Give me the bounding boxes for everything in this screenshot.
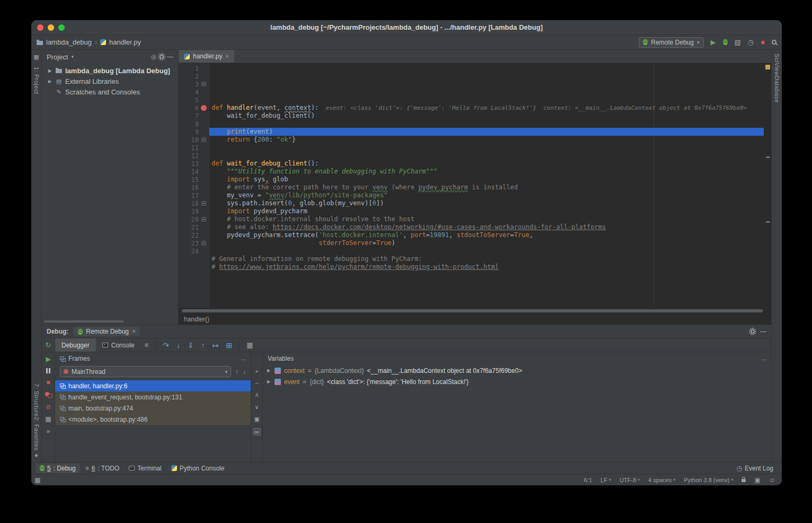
breadcrumb-function[interactable]: handler() (184, 316, 209, 323)
chevron-right-icon[interactable]: ▶ (267, 379, 271, 384)
code-line[interactable]: sys.path.insert(0, glob.glob(my_venv)[0]… (211, 199, 764, 207)
thread-select[interactable]: MainThread ▾ (60, 366, 231, 377)
editor-gutter[interactable]: 123−45678910−1112131415161718−1920−21222… (179, 63, 209, 308)
fold-gutter[interactable] (200, 97, 207, 103)
breakpoint-gutter[interactable] (200, 104, 207, 111)
chevron-right-icon[interactable]: ▶ (47, 79, 52, 84)
gutter-line[interactable]: 6 (179, 104, 209, 112)
frame-row[interactable]: <module>, bootstrap.py:486 (55, 414, 251, 425)
profiler-button[interactable]: ◷ (748, 39, 754, 46)
toolwindow-button-eventlog[interactable]: ◷Event Log (732, 464, 778, 473)
mute-breakpoints-icon[interactable]: ⊘ (46, 404, 51, 410)
toolwindow-stripe-button[interactable]: 7: Structure (33, 383, 40, 417)
gutter-line[interactable]: 2 (179, 72, 209, 80)
view-breakpoints-icon[interactable] (45, 391, 52, 398)
lock-indicator[interactable] (742, 477, 746, 482)
code-line[interactable] (211, 120, 764, 128)
tree-item[interactable]: ▶▤External Libraries (42, 76, 178, 86)
tree-item[interactable]: ▶lambda_debug [Lambda Debug] (42, 65, 178, 76)
variable-row[interactable]: ▶event={dict}<class 'dict'>: {'message':… (263, 376, 771, 387)
view-as-table-icon[interactable]: ▦ (246, 338, 253, 352)
code-line[interactable]: import pydevd_pycharm (211, 207, 764, 215)
run-configuration-select[interactable]: Remote Debug ▾ (639, 37, 703, 48)
gutter-line[interactable]: 15 (179, 176, 209, 184)
titlebar[interactable]: lambda_debug [~/PycharmProjects/lambda_d… (31, 20, 782, 35)
status-item-61[interactable]: 6:1 (584, 477, 592, 483)
code-line[interactable] (211, 271, 764, 279)
gutter-line[interactable]: 17 (179, 191, 209, 199)
fold-icon[interactable]: − (201, 82, 206, 86)
gutter-line[interactable]: 13 (179, 160, 209, 168)
code-line[interactable] (211, 96, 764, 104)
code-line[interactable]: pydevd_pycharm.settrace('host.docker.int… (211, 231, 764, 239)
code-line[interactable]: import sys, glob (211, 176, 764, 184)
status-item-lf[interactable]: LF▾ (601, 477, 611, 483)
layout-menu-icon[interactable]: ≡ (145, 338, 149, 352)
stop-icon[interactable]: ■ (46, 379, 50, 386)
pin-icon[interactable]: → (761, 355, 766, 362)
breadcrumb-file[interactable]: handler.py (109, 38, 141, 46)
editor-tab-handler[interactable]: handler.py × (179, 50, 234, 63)
step-into-icon[interactable]: ↓ (176, 338, 180, 352)
toolwindow-button-pythonconsole[interactable]: Python Console (167, 464, 229, 473)
code-line[interactable]: return {200: "ok"} (211, 136, 764, 144)
toolwindow-stripe-button[interactable]: SciView (774, 54, 780, 76)
debug-button[interactable] (723, 39, 728, 45)
tab-debugger[interactable]: Debugger (55, 338, 96, 352)
toolwindow-stripe-button[interactable]: 2: Favorites★ (33, 417, 40, 458)
frame-row[interactable]: handler, handler.py:6 (55, 380, 251, 391)
close-session-icon[interactable]: × (132, 328, 136, 335)
fold-gutter[interactable] (200, 120, 207, 127)
zoom-window-button[interactable] (58, 24, 65, 31)
fold-gutter[interactable] (200, 184, 207, 191)
more-actions-icon[interactable]: » (47, 428, 50, 434)
gutter-line[interactable]: 3− (179, 80, 209, 88)
frame-row[interactable]: handle_event_request, bootstrap.py:131 (55, 391, 251, 403)
toolwindow-button-debug[interactable]: 5: Debug (36, 464, 80, 473)
gutter-line[interactable]: 1 (179, 64, 209, 72)
resume-icon[interactable]: ▶ (46, 356, 50, 362)
run-to-cursor-icon[interactable]: ↦ (213, 338, 219, 352)
add-watch-icon[interactable]: + (255, 368, 258, 374)
fold-icon[interactable]: − (201, 217, 206, 222)
pin-icon[interactable]: → (240, 355, 246, 362)
toolwindow-button-terminal[interactable]: Terminal (125, 464, 165, 473)
stop-button[interactable]: ■ (761, 39, 765, 46)
code-line[interactable] (211, 144, 764, 152)
duplicate-watch-icon[interactable]: ▣ (254, 416, 259, 423)
gutter-line[interactable]: 20− (179, 215, 209, 223)
fold-icon[interactable]: − (201, 201, 206, 206)
hector-icon[interactable]: ☺ (769, 476, 775, 484)
chevron-right-icon[interactable]: ▶ (47, 68, 52, 73)
fold-gutter[interactable] (200, 160, 207, 167)
settings-gear-icon[interactable] (751, 329, 755, 334)
chevron-down-icon[interactable]: ▾ (71, 54, 74, 59)
gutter-line[interactable]: 24 (179, 247, 209, 255)
fold-gutter[interactable] (200, 152, 207, 159)
chevron-right-icon[interactable]: ▶ (267, 368, 271, 373)
hide-toolwindow-icon[interactable]: — (760, 328, 766, 335)
project-panel-title[interactable]: Project (47, 53, 68, 61)
gutter-line[interactable]: 8 (179, 120, 209, 128)
fold-gutter[interactable]: − (200, 240, 207, 247)
toolwindow-grid-icon[interactable]: ▦ (33, 54, 39, 60)
code-line[interactable]: def wait_for_debug_client(): (211, 160, 764, 168)
fold-gutter[interactable] (200, 232, 207, 239)
code-line[interactable]: def handler(event, context): event: <cla… (211, 104, 764, 112)
fold-gutter[interactable] (200, 112, 207, 119)
code-area[interactable]: def handler(event, context): event: <cla… (209, 63, 764, 308)
code-line[interactable]: # host.docker.internal should resolve to… (211, 215, 764, 223)
status-item-4spaces[interactable]: 4 spaces▾ (648, 477, 675, 483)
code-line[interactable]: """Utility function to enable debugging … (211, 168, 764, 176)
inspection-indicator[interactable] (765, 65, 770, 69)
gutter-line[interactable]: 18− (179, 199, 209, 207)
fold-gutter[interactable] (200, 248, 207, 255)
gutter-line[interactable]: 12 (179, 152, 209, 160)
fold-gutter[interactable] (200, 176, 207, 183)
code-line[interactable]: # General information on remote debuggin… (211, 255, 764, 263)
remove-watch-icon[interactable]: − (255, 380, 258, 386)
rerun-debug-icon[interactable]: ↻ (46, 341, 51, 349)
toolwindow-stripe-button[interactable]: 1: Project (33, 67, 40, 94)
locate-file-icon[interactable]: ◎ (151, 53, 156, 60)
code-line[interactable]: # see also: https://docs.docker.com/desk… (211, 223, 764, 231)
